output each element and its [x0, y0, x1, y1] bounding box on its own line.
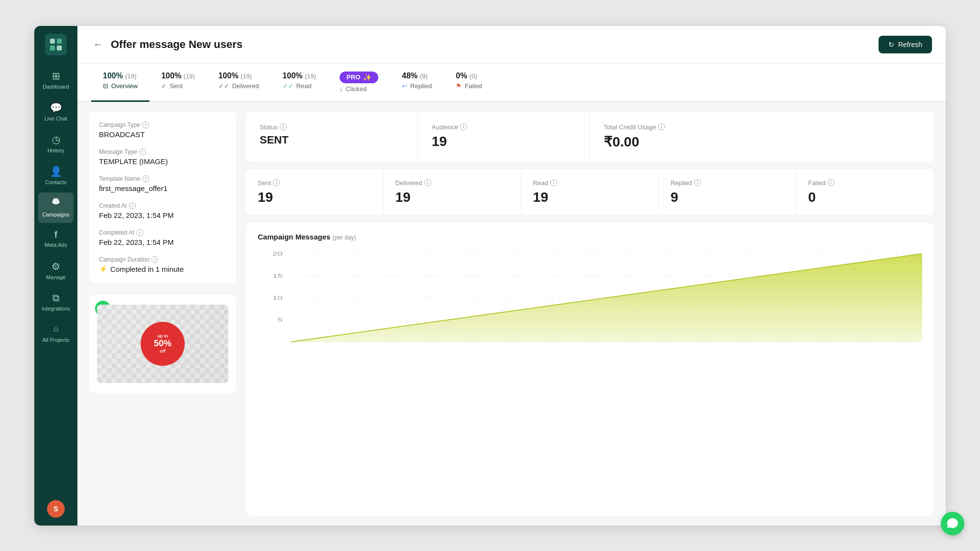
- campaign-type-value: BROADCAST: [99, 130, 226, 139]
- page-title: Offer message New users: [111, 38, 243, 51]
- sidebar-label-history: History: [48, 147, 64, 154]
- sidebar-label-meta-ads: Meta Ads: [45, 242, 67, 248]
- sidebar-label-manage: Manage: [46, 274, 66, 281]
- floating-chat-button[interactable]: [941, 512, 964, 535]
- sent-value: 19: [258, 190, 371, 205]
- tab-overview[interactable]: 100% (19) ⊟ Overview: [91, 64, 149, 102]
- overview-tab-icon: ⊟: [103, 82, 108, 90]
- refresh-icon: ↻: [888, 41, 894, 48]
- replied-tab-icon: ↩: [402, 82, 407, 90]
- sidebar: ⊞ Dashboard 💬 Live Chat ◷ History 👤 Cont…: [34, 26, 77, 526]
- delivered-value: 19: [395, 190, 509, 205]
- credit-info-icon: i: [658, 123, 665, 130]
- message-type-info-icon: i: [139, 148, 146, 155]
- template-name-value: first_message_offer1: [99, 184, 226, 192]
- sidebar-label-all-projects: All Projects: [42, 337, 69, 343]
- app-container: ⊞ Dashboard 💬 Live Chat ◷ History 👤 Cont…: [34, 26, 946, 526]
- sidebar-item-integrations[interactable]: ⧉ Integrations: [38, 287, 74, 317]
- stat-delivered: Delivered i 19: [384, 169, 521, 215]
- coupon-badge: up to 50% off: [141, 322, 185, 366]
- meta-icon: f: [54, 230, 57, 240]
- stat-failed: Failed i 0: [796, 169, 934, 215]
- svg-rect-2: [50, 46, 55, 50]
- bolt-icon: ⚡: [99, 265, 107, 273]
- stat-replied: Replied i 9: [659, 169, 796, 215]
- sidebar-item-contacts[interactable]: 👤 Contacts: [38, 161, 74, 191]
- left-panel: Campaign Type i BROADCAST Message Type i…: [89, 112, 236, 516]
- integrations-icon: ⧉: [52, 292, 59, 304]
- content-area: Campaign Type i BROADCAST Message Type i…: [77, 102, 946, 526]
- campaign-info-card: Campaign Type i BROADCAST Message Type i…: [89, 112, 236, 283]
- tab-clicked[interactable]: PRO ✨ ↓ Clicked: [328, 64, 390, 102]
- credit-value: ₹0.00: [604, 134, 920, 150]
- campaign-type-info-icon: i: [142, 121, 149, 128]
- read-tab-icon: ✓✓: [283, 82, 294, 90]
- status-info-icon: i: [280, 123, 287, 130]
- tab-delivered[interactable]: 100% (19) ✓✓ Delivered: [207, 64, 271, 102]
- svg-text:5: 5: [277, 316, 282, 322]
- refresh-button[interactable]: ↻ Refresh: [879, 36, 932, 53]
- svg-text:15: 15: [272, 272, 283, 278]
- delivered-tab-icon: ✓✓: [219, 82, 229, 90]
- sidebar-logo[interactable]: [45, 34, 67, 55]
- duration-info-icon: i: [151, 256, 158, 263]
- svg-rect-1: [57, 39, 62, 44]
- read-value: 19: [533, 190, 647, 205]
- avatar[interactable]: S: [47, 500, 65, 518]
- audience-value: 19: [432, 134, 576, 149]
- main-content: ← Offer message New users ↻ Refresh 100%…: [77, 26, 946, 526]
- all-projects-icon: ○: [53, 324, 59, 335]
- svg-rect-3: [57, 46, 62, 50]
- stat-sent: Sent i 19: [246, 169, 384, 215]
- replied-info-icon: i: [694, 179, 701, 186]
- preview-image: up to 50% off: [97, 305, 228, 383]
- replied-value: 9: [670, 190, 784, 205]
- completed-at-value: Feb 22, 2023, 1:54 PM: [99, 238, 226, 246]
- svg-text:20: 20: [272, 250, 283, 256]
- campaign-duration-field: Campaign Duration i ⚡ Completed in 1 min…: [99, 256, 226, 273]
- message-type-field: Message Type i TEMPLATE (IMAGE): [99, 148, 226, 166]
- delivered-info-icon: i: [424, 179, 431, 186]
- sidebar-label-campaigns: Campaigns: [42, 212, 70, 218]
- chart-container: 20 15 10 5: [258, 249, 922, 357]
- read-info-icon: i: [550, 179, 557, 186]
- sidebar-item-campaigns[interactable]: Campaigns: [38, 192, 74, 223]
- history-icon: ◷: [52, 134, 60, 145]
- svg-rect-0: [50, 39, 55, 44]
- sidebar-label-dashboard: Dashboard: [43, 84, 69, 90]
- template-name-field: Template Name i first_message_offer1: [99, 175, 226, 192]
- sidebar-item-all-projects[interactable]: ○ All Projects: [38, 319, 74, 348]
- sidebar-item-meta-ads[interactable]: f Meta Ads: [38, 225, 74, 253]
- sent-info-icon: i: [273, 179, 280, 186]
- stat-credit: Total Credit Usage i ₹0.00: [590, 112, 934, 162]
- sidebar-item-history[interactable]: ◷ History: [38, 129, 74, 159]
- sidebar-item-live-chat[interactable]: 💬 Live Chat: [38, 97, 74, 127]
- tab-replied[interactable]: 48% (9) ↩ Replied: [390, 64, 444, 102]
- page-header: ← Offer message New users ↻ Refresh: [77, 26, 946, 64]
- sidebar-label-live-chat: Live Chat: [45, 116, 67, 122]
- stat-status: Status i SENT: [246, 112, 418, 162]
- back-button[interactable]: ←: [91, 37, 105, 52]
- campaigns-icon: [51, 197, 61, 210]
- created-at-info-icon: i: [129, 202, 136, 209]
- status-value: SENT: [260, 134, 404, 146]
- sidebar-label-integrations: Integrations: [42, 306, 70, 312]
- created-at-field: Created At i Feb 22, 2023, 1:54 PM: [99, 202, 226, 219]
- created-at-value: Feb 22, 2023, 1:54 PM: [99, 211, 226, 219]
- sent-tab-icon: ✓: [161, 82, 167, 90]
- chart-card: Campaign Messages (per day) 20: [246, 223, 934, 516]
- tab-failed[interactable]: 0% (0) ⚑ Failed: [444, 64, 498, 102]
- sidebar-label-contacts: Contacts: [45, 179, 66, 186]
- sidebar-item-manage[interactable]: ⚙ Manage: [38, 256, 74, 286]
- top-stats-row: Status i SENT Audience i 19: [246, 112, 934, 162]
- completed-at-info-icon: i: [136, 229, 143, 236]
- svg-text:10: 10: [272, 294, 283, 300]
- template-preview-card: up to 50% off: [89, 295, 236, 393]
- stat-audience: Audience i 19: [418, 112, 590, 162]
- stat-read: Read i 19: [521, 169, 659, 215]
- sidebar-item-dashboard[interactable]: ⊞ Dashboard: [38, 65, 74, 95]
- manage-icon: ⚙: [51, 261, 60, 272]
- tab-read[interactable]: 100% (19) ✓✓ Read: [271, 64, 328, 102]
- tab-sent[interactable]: 100% (19) ✓ Sent: [149, 64, 207, 102]
- chart-svg: 20 15 10 5: [258, 249, 922, 357]
